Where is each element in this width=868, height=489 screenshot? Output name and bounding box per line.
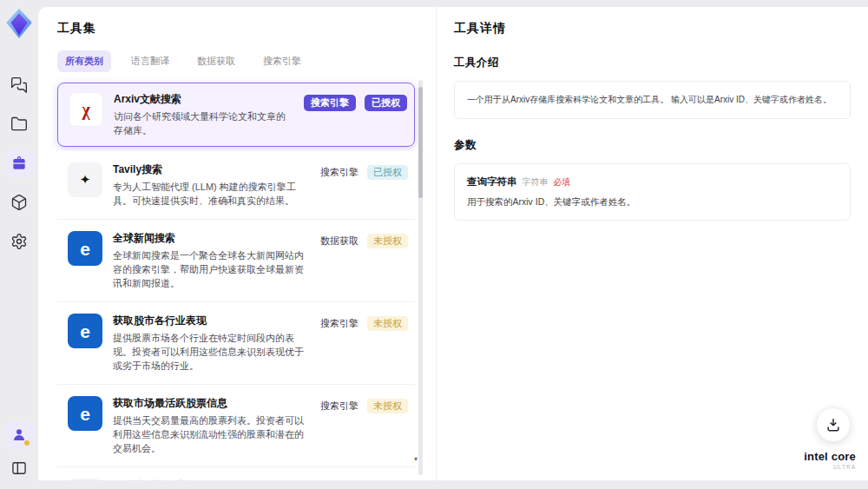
intro-box: 一个用于从Arxiv存储库搜索科学论文和文章的工具。 输入可以是Arxiv ID… (454, 81, 851, 119)
intro-text: 一个用于从Arxiv存储库搜索科学论文和文章的工具。 输入可以是Arxiv ID… (467, 93, 838, 107)
tool-meta: 搜索引擎未授权 (320, 479, 408, 480)
app: 工具集 所有类别语言翻译数据获取搜索引擎 χArxiv文献搜索访问各个研究领域大… (0, 0, 868, 489)
tool-description: 提供股票市场各个行业在特定时间段内的表现。投资者可以利用这些信息来识别表现优于或… (113, 331, 310, 373)
tool-description: 提供当天交易量最高的股票列表。投资者可以利用这些信息来识别流动性强的股票和潜在的… (113, 413, 310, 455)
briefcase-icon (10, 155, 28, 172)
param-description: 用于搜索的Arxiv ID、关键字或作者姓名。 (467, 196, 838, 208)
tool-category: 搜索引擎 (320, 165, 358, 180)
cube-icon (10, 194, 28, 211)
sidebar-item-settings[interactable] (5, 228, 33, 255)
tool-text: 全球新闻搜索全球新闻搜索是一个聚合全球各大新闻网站内容的搜索引擎，帮助用户快速获… (113, 231, 310, 290)
arxiv-logo-icon: χ (69, 92, 103, 127)
param-type: 字符串 (523, 176, 549, 188)
sidebar-item-models[interactable] (5, 188, 33, 216)
tool-status-badge: 未授权 (367, 234, 408, 248)
tool-category: 搜索引擎 (304, 95, 356, 111)
intel-core-text: intel core (804, 450, 856, 463)
tool-description: 专为人工智能代理 (LLM) 构建的搜索引擎工具。可快速提供实时、准确和真实的结… (113, 180, 310, 208)
panel-toggle-icon (10, 459, 28, 477)
tool-item[interactable]: e获取股市各行业表现提供股票市场各个行业在特定时间段内的表现。投资者可以利用这些… (57, 302, 415, 385)
tool-meta: 数据获取未授权 (320, 231, 408, 290)
scrollbar[interactable] (418, 80, 423, 475)
building-icon (68, 479, 102, 480)
efinance-logo-icon: e (68, 396, 102, 431)
tool-name: Tavily搜索 (113, 162, 310, 176)
params-heading: 参数 (454, 138, 851, 153)
sidebar-item-toolset[interactable] (5, 149, 33, 177)
intro-heading: 工具介绍 (454, 56, 851, 70)
tool-item[interactable]: e全球新闻搜索全球新闻搜索是一个聚合全球各大新闻网站内容的搜索引擎，帮助用户快速… (57, 220, 415, 302)
tool-status-badge: 已授权 (367, 165, 408, 180)
tool-meta: 搜索引擎未授权 (320, 396, 408, 455)
tool-description: 访问各个研究领域大量科学论文和文章的存储库。 (114, 109, 293, 137)
tool-category: 搜索引擎 (320, 399, 358, 413)
tool-name: 全球新闻搜索 (113, 231, 310, 245)
param-head: 查询字符串 字符串 必填 (467, 175, 838, 188)
tool-item[interactable]: ✦Tavily搜索专为人工智能代理 (LLM) 构建的搜索引擎工具。可快速提供实… (57, 151, 415, 220)
status-dot (24, 440, 30, 446)
tool-status-badge: 未授权 (367, 399, 408, 413)
detail-title: 工具详情 (454, 21, 851, 36)
sidebar (0, 0, 38, 489)
tool-text: Tavily搜索专为人工智能代理 (LLM) 构建的搜索引擎工具。可快速提供实时… (113, 162, 310, 208)
sidebar-item-chat[interactable] (5, 71, 33, 99)
param-required-badge: 必填 (554, 176, 571, 188)
tool-status-badge: 未授权 (367, 316, 408, 331)
sidebar-item-profile[interactable] (5, 421, 33, 449)
tool-text: 获取股市各行业表现提供股票市场各个行业在特定时间段内的表现。投资者可以利用这些信… (113, 314, 310, 373)
efinance-logo-icon: e (68, 231, 102, 266)
tool-item[interactable]: χArxiv文献搜索访问各个研究领域大量科学论文和文章的存储库。搜索引擎已授权 (57, 83, 415, 147)
sidebar-item-panel-toggle[interactable] (5, 454, 33, 482)
category-tabs: 所有类别语言翻译数据获取搜索引擎 (57, 50, 435, 72)
tool-meta: 搜索引擎未授权 (320, 314, 408, 373)
folder-icon (10, 116, 28, 133)
param-name: 查询字符串 (467, 175, 517, 188)
main-card: 工具集 所有类别语言翻译数据获取搜索引擎 χArxiv文献搜索访问各个研究领域大… (38, 7, 868, 480)
tool-item[interactable]: 万维地区新闻查询查询具体行政区划内的新闻，快速了解各地新闻动态搜索引擎未授权 (57, 467, 415, 480)
param-box: 查询字符串 字符串 必填 用于搜索的Arxiv ID、关键字或作者姓名。 (454, 163, 851, 221)
tool-meta: 搜索引擎已授权 (320, 162, 408, 208)
toolset-panel: 工具集 所有类别语言翻译数据获取搜索引擎 χArxiv文献搜索访问各个研究领域大… (38, 7, 435, 480)
tool-text: 万维地区新闻查询查询具体行政区划内的新闻，快速了解各地新闻动态 (113, 479, 310, 480)
app-logo-icon (4, 7, 34, 40)
tool-text: Arxiv文献搜索访问各个研究领域大量科学论文和文章的存储库。 (114, 92, 293, 137)
efinance-logo-icon: e (68, 314, 102, 348)
tool-status-badge: 已授权 (365, 95, 407, 111)
intel-core-badge: intel core ULTRA (804, 450, 856, 470)
tab-0[interactable]: 所有类别 (57, 50, 111, 72)
sidebar-nav (5, 71, 33, 255)
tool-item[interactable]: e获取市场最活跃股票信息提供当天交易量最高的股票列表。投资者可以利用这些信息来识… (57, 385, 415, 467)
scrollbar-thumb[interactable] (418, 87, 423, 198)
gear-icon (10, 233, 28, 250)
detail-panel: 工具详情 工具介绍 一个用于从Arxiv存储库搜索科学论文和文章的工具。 输入可… (436, 7, 868, 480)
tool-name: 万维地区新闻查询 (113, 479, 310, 480)
sidebar-item-files[interactable] (5, 110, 33, 138)
intel-ultra-text: ULTRA (804, 464, 856, 470)
download-icon (825, 416, 842, 433)
tab-3[interactable]: 搜索引擎 (255, 50, 309, 72)
tab-1[interactable]: 语言翻译 (123, 50, 177, 72)
toolset-title: 工具集 (57, 21, 435, 36)
tool-text: 获取市场最活跃股票信息提供当天交易量最高的股票列表。投资者可以利用这些信息来识别… (113, 396, 310, 455)
tool-name: Arxiv文献搜索 (114, 92, 293, 106)
tool-list: χArxiv文献搜索访问各个研究领域大量科学论文和文章的存储库。搜索引擎已授权✦… (57, 83, 415, 480)
tool-meta: 搜索引擎已授权 (304, 92, 407, 137)
tool-name: 获取市场最活跃股票信息 (113, 396, 310, 410)
tool-category: 数据获取 (320, 234, 358, 248)
chat-icon (10, 76, 28, 94)
tool-name: 获取股市各行业表现 (113, 314, 310, 327)
sidebar-bottom (0, 421, 38, 482)
tool-description: 全球新闻搜索是一个聚合全球各大新闻网站内容的搜索引擎，帮助用户快速获取全球最新资… (113, 248, 310, 290)
tool-category: 搜索引擎 (320, 316, 358, 331)
download-button[interactable] (816, 407, 851, 442)
tavily-star-icon: ✦ (68, 162, 102, 197)
tab-2[interactable]: 数据获取 (189, 50, 243, 72)
scroll-down-icon: ▾ (414, 456, 418, 463)
